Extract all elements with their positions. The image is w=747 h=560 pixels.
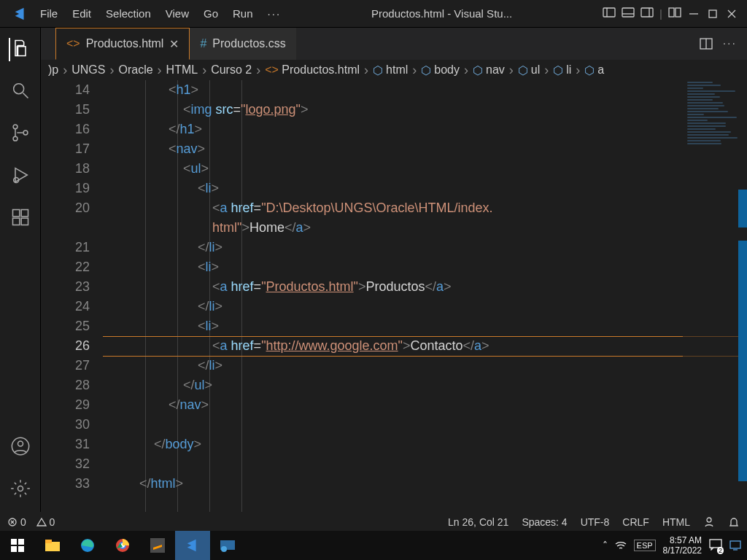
svg-rect-19: [12, 218, 19, 225]
status-bar: 0 0 Ln 26, Col 21 Spaces: 4 UTF-8 CRLF H…: [0, 512, 747, 531]
editor-group: <> Productos.html ✕ # Productos.css ··· …: [41, 28, 747, 512]
breadcrumb-file[interactable]: Productos.html: [282, 63, 360, 77]
breadcrumb-symbol[interactable]: li: [566, 63, 571, 77]
svg-point-12: [13, 84, 23, 94]
tab-productos-css[interactable]: # Productos.css: [190, 28, 295, 60]
menu-selection[interactable]: Selection: [106, 7, 151, 20]
input-language[interactable]: ESP: [634, 540, 656, 551]
taskbar-app[interactable]: [210, 531, 245, 560]
taskbar-vscode[interactable]: [175, 531, 210, 560]
svg-rect-18: [12, 210, 19, 217]
svg-rect-21: [21, 210, 28, 217]
notifications-icon[interactable]: 2: [709, 539, 722, 553]
svg-rect-9: [709, 10, 716, 18]
breadcrumb-seg[interactable]: UNGS: [71, 63, 105, 77]
svg-rect-4: [641, 8, 653, 17]
svg-rect-20: [21, 218, 28, 225]
menu-bar: File Edit Selection View Go Run ···: [40, 7, 281, 20]
svg-rect-34: [18, 546, 24, 552]
window-controls: [689, 9, 747, 19]
status-cursor[interactable]: Ln 26, Col 21: [448, 516, 508, 528]
breadcrumb-seg[interactable]: Curso 2: [211, 63, 252, 77]
maximize-icon[interactable]: [708, 9, 718, 19]
status-lang[interactable]: HTML: [662, 516, 690, 528]
split-editor-icon[interactable]: [700, 38, 713, 50]
layout-panel-bottom-icon[interactable]: [622, 7, 635, 18]
svg-rect-44: [710, 540, 721, 548]
editor-more-icon[interactable]: ···: [723, 37, 737, 50]
html-file-icon: <>: [265, 63, 279, 77]
minimize-icon[interactable]: [689, 9, 699, 19]
taskbar-explorer[interactable]: [35, 531, 70, 560]
svg-point-23: [18, 441, 23, 446]
minimap[interactable]: [683, 80, 747, 512]
menu-view[interactable]: View: [166, 7, 189, 20]
svg-line-13: [23, 93, 28, 98]
taskbar-chrome[interactable]: [105, 531, 140, 560]
line-gutter: 1415161718192021222324252627282930313233: [41, 80, 103, 512]
show-desktop-icon[interactable]: [729, 540, 741, 551]
activity-debug[interactable]: [10, 165, 31, 188]
activity-settings[interactable]: [10, 478, 31, 502]
svg-rect-31: [11, 539, 17, 545]
customize-layout-icon[interactable]: [668, 7, 681, 18]
bell-icon[interactable]: [728, 516, 740, 528]
breadcrumb-seg[interactable]: HTML: [166, 63, 198, 77]
breadcrumb-symbol[interactable]: nav: [486, 63, 505, 77]
vscode-window: File Edit Selection View Go Run ··· Prod…: [0, 0, 747, 531]
vscode-logo-icon: [0, 6, 40, 22]
svg-rect-32: [18, 539, 24, 545]
taskbar-clock[interactable]: 8:57 AM 8/17/2022: [663, 535, 702, 556]
tab-bar: <> Productos.html ✕ # Productos.css ···: [41, 28, 747, 60]
close-icon[interactable]: [727, 9, 737, 19]
text-editor[interactable]: 1415161718192021222324252627282930313233…: [41, 80, 747, 512]
layout-panel-right-icon[interactable]: [640, 7, 654, 18]
menu-go[interactable]: Go: [204, 7, 218, 20]
symbol-icon: ⬡: [373, 63, 383, 77]
close-icon[interactable]: ✕: [169, 37, 179, 51]
activity-extensions[interactable]: [10, 207, 31, 230]
start-button[interactable]: [0, 531, 35, 560]
svg-point-14: [13, 125, 18, 129]
breadcrumb-symbol[interactable]: body: [434, 63, 460, 77]
windows-taskbar: ˄ ESP 8:57 AM 8/17/2022 2: [0, 531, 747, 560]
tray-overflow-icon[interactable]: ˄: [603, 540, 608, 551]
svg-rect-33: [11, 546, 17, 552]
code-area[interactable]: <h1> <img src="logo.png"> </h1> <nav> <u…: [103, 80, 747, 512]
tab-label: Productos.html: [86, 37, 164, 50]
breadcrumb-symbol[interactable]: a: [597, 63, 604, 77]
breadcrumb[interactable]: )p› UNGS› Oracle› HTML› Curso 2› <> Prod…: [41, 60, 747, 80]
layout-panel-left-icon[interactable]: [603, 7, 616, 18]
breadcrumb-symbol[interactable]: ul: [531, 63, 540, 77]
status-errors[interactable]: 0: [7, 516, 26, 528]
activity-search[interactable]: [10, 80, 31, 104]
tab-productos-html[interactable]: <> Productos.html ✕: [55, 28, 190, 60]
feedback-icon[interactable]: [703, 516, 715, 528]
status-warnings[interactable]: 0: [36, 516, 55, 528]
wifi-icon[interactable]: [615, 541, 627, 550]
activity-accounts[interactable]: [10, 436, 31, 459]
status-spaces[interactable]: Spaces: 4: [522, 516, 567, 528]
taskbar-sublime[interactable]: [140, 531, 175, 560]
menu-edit[interactable]: Edit: [72, 7, 91, 20]
taskbar-edge[interactable]: [70, 531, 105, 560]
breadcrumb-seg[interactable]: )p: [48, 63, 58, 77]
menu-overflow[interactable]: ···: [268, 7, 282, 20]
activity-explorer[interactable]: [9, 38, 31, 61]
svg-point-30: [707, 518, 711, 522]
svg-rect-6: [669, 8, 674, 17]
svg-rect-7: [676, 8, 681, 17]
css-file-icon: #: [200, 37, 206, 50]
status-eol[interactable]: CRLF: [622, 516, 649, 528]
svg-rect-0: [603, 8, 615, 17]
breadcrumb-symbol[interactable]: html: [386, 63, 408, 77]
svg-point-16: [23, 131, 28, 135]
breadcrumb-seg[interactable]: Oracle: [118, 63, 152, 77]
svg-rect-2: [622, 8, 634, 17]
status-encoding[interactable]: UTF-8: [581, 516, 610, 528]
overview-marker: [738, 190, 747, 228]
menu-file[interactable]: File: [40, 7, 58, 20]
activity-source-control[interactable]: [10, 122, 31, 146]
menu-run[interactable]: Run: [233, 7, 253, 20]
system-tray: ˄ ESP 8:57 AM 8/17/2022 2: [603, 535, 747, 556]
